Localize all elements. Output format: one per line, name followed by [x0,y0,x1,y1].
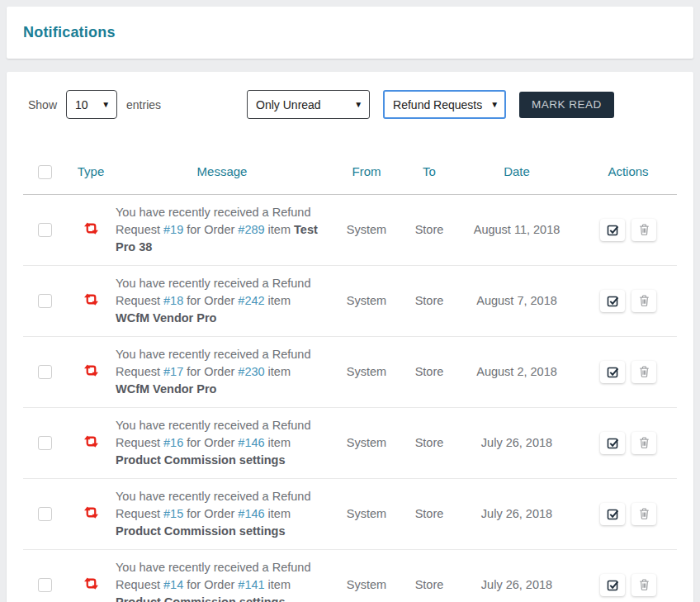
entries-select[interactable]: 10 [66,90,117,119]
from-cell: System [329,265,404,336]
notifications-table-card: Show 10 ▼ entries Only Unread ▼ [7,72,693,602]
delete-action-button[interactable] [631,361,656,383]
mark-read-button[interactable]: MARK READ [519,92,614,118]
delete-action-button[interactable] [631,290,656,312]
mark-read-action-button[interactable] [600,361,625,383]
refund-retweet-icon [83,292,100,310]
delete-icon [639,437,650,448]
message-text: for Order [183,436,238,449]
message-text: item [265,365,291,378]
refund-retweet-icon [83,363,100,381]
mark-read-action-button[interactable] [600,290,625,312]
refund-retweet-icon [83,220,100,239]
table-row: You have recently received a Refund Requ… [23,478,677,549]
from-cell: System [329,549,404,602]
message-link[interactable]: #230 [238,365,264,378]
mark-read-icon [607,508,619,520]
message-link[interactable]: #146 [238,507,264,520]
message-link[interactable]: #242 [238,294,264,307]
refund-retweet-icon [83,505,100,523]
message-link[interactable]: #15 [163,507,183,520]
row-checkbox[interactable] [38,223,52,237]
type-filter-wrap: Refund Requests ▼ [383,90,506,119]
actions-cell [579,194,677,265]
message-text: item [265,507,291,520]
select-all-header [23,137,66,194]
actions-cell [579,478,677,549]
row-checkbox[interactable] [38,294,52,308]
message-cell: You have recently received a Refund Requ… [116,265,329,336]
delete-icon [639,508,650,519]
from-cell: System [329,194,404,265]
actions-cell [579,265,677,336]
delete-icon [639,224,650,235]
message-link[interactable]: #19 [163,223,183,236]
notifications-table: Type Message From To Date Actions You ha… [23,137,677,602]
delete-action-button[interactable] [631,503,656,525]
row-checkbox[interactable] [38,578,52,592]
page-title: Notifications [23,24,677,41]
row-checkbox[interactable] [38,365,52,379]
message-item-name: Product Commission settings [116,595,285,602]
date-cell: August 7, 2018 [454,265,579,336]
notifications-page: Notifications Show 10 ▼ entries Only Unr… [0,0,700,602]
table-header-row: Type Message From To Date Actions [23,137,677,194]
message-item-name: Product Commission settings [116,524,285,538]
message-link[interactable]: #146 [238,436,264,449]
message-text: for Order [183,365,238,378]
row-checkbox[interactable] [38,507,52,521]
show-entries-group: Show 10 ▼ entries [28,90,161,119]
table-row: You have recently received a Refund Requ… [23,265,677,336]
table-row: You have recently received a Refund Requ… [23,549,677,602]
message-item-name: WCfM Vendor Pro [116,311,216,325]
column-header-from[interactable]: From [329,137,404,194]
message-link[interactable]: #18 [163,294,183,307]
read-filter-wrap: Only Unread ▼ [247,90,370,119]
type-filter-select[interactable]: Refund Requests [383,90,506,119]
message-link[interactable]: #14 [163,578,183,591]
message-item-name: WCfM Vendor Pro [116,382,216,396]
mark-read-icon [607,366,619,378]
table-head: Type Message From To Date Actions [23,137,677,194]
date-cell: August 2, 2018 [454,336,579,407]
table-row: You have recently received a Refund Requ… [23,194,677,265]
delete-icon [639,295,650,306]
mark-read-action-button[interactable] [600,503,625,525]
from-cell: System [329,407,404,478]
delete-action-button[interactable] [631,432,656,454]
mark-read-icon [607,295,619,307]
row-checkbox[interactable] [38,436,52,450]
to-cell: Store [404,549,454,602]
table-toolbar: Show 10 ▼ entries Only Unread ▼ [23,88,677,126]
mark-read-icon [607,437,619,449]
message-text: item [265,578,291,591]
mark-read-action-button[interactable] [600,219,625,241]
mark-read-action-button[interactable] [600,432,625,454]
title-card: Notifications [7,7,693,59]
message-link[interactable]: #16 [163,436,183,449]
message-text: item [265,436,291,449]
message-link[interactable]: #141 [238,578,264,591]
select-all-checkbox[interactable] [38,165,52,179]
from-cell: System [329,336,404,407]
delete-action-button[interactable] [631,219,656,241]
column-header-actions[interactable]: Actions [579,137,677,194]
delete-action-button[interactable] [631,574,656,596]
date-cell: July 26, 2018 [454,407,579,478]
mark-read-icon [607,224,619,236]
column-header-date[interactable]: Date [454,137,579,194]
entries-label: entries [126,98,161,111]
date-cell: August 11, 2018 [454,194,579,265]
to-cell: Store [404,194,454,265]
column-header-message[interactable]: Message [116,137,329,194]
actions-cell [579,336,677,407]
mark-read-action-button[interactable] [600,574,625,596]
column-header-type[interactable]: Type [66,137,116,194]
message-item-name: Product Commission settings [116,453,285,467]
message-cell: You have recently received a Refund Requ… [116,549,329,602]
message-text: for Order [183,294,238,307]
message-link[interactable]: #289 [238,223,264,236]
message-link[interactable]: #17 [163,365,183,378]
column-header-to[interactable]: To [404,137,454,194]
read-filter-select[interactable]: Only Unread [247,90,370,119]
